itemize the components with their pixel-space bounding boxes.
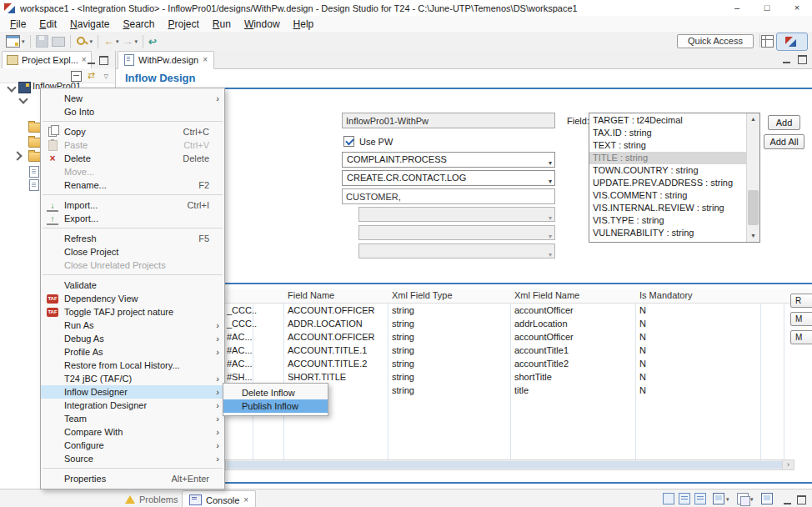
chevron-down-icon[interactable] xyxy=(18,94,28,103)
dropdown-caret-icon[interactable]: ▾ xyxy=(116,38,119,45)
list-item[interactable]: VIS.COMMENT : string xyxy=(589,189,746,202)
external-tools-button[interactable]: ▾ xyxy=(76,35,93,48)
field-listbox[interactable]: TARGET : t24Decimal TAX.ID : string TEXT… xyxy=(589,113,760,243)
chevron-down-icon[interactable] xyxy=(7,83,16,92)
submenu-item-publish-inflow[interactable]: Publish Inflow xyxy=(223,399,328,413)
list-item[interactable]: TEXT : string xyxy=(589,139,746,152)
list-scrollbar[interactable]: ▲ ▼ xyxy=(746,113,759,242)
table-name-field[interactable] xyxy=(342,188,555,204)
context-menu-item-import[interactable]: ↓ Import... Ctrl+I xyxy=(41,198,224,212)
open-console-icon[interactable] xyxy=(713,493,724,504)
save-button[interactable] xyxy=(36,35,48,48)
context-menu-item-run-as[interactable]: Run As › xyxy=(41,319,224,332)
link-with-editor-icon[interactable]: ⇄ xyxy=(88,71,95,80)
column-header-xml-field-type[interactable]: Xml Field Type xyxy=(392,289,453,302)
context-menu-item-delete[interactable]: × Delete Delete xyxy=(41,152,224,165)
context-menu-item-profile-as[interactable]: Profile As › xyxy=(41,345,224,359)
context-menu-item-export[interactable]: ↑ Export... xyxy=(41,212,224,225)
context-menu-item-configure[interactable]: Configure › xyxy=(41,439,224,452)
list-item[interactable]: VIS.TYPE : string xyxy=(589,214,746,227)
scrollbar-thumb[interactable] xyxy=(748,190,759,225)
display-selected-console-icon[interactable] xyxy=(737,493,749,504)
context-menu-item-team[interactable]: Team › xyxy=(41,412,224,425)
list-item-selected[interactable]: TITLE : string xyxy=(589,152,746,164)
context-menu-item-properties[interactable]: Properties Alt+Enter xyxy=(41,472,224,485)
close-icon[interactable]: × xyxy=(82,56,87,64)
minimize-editor-icon[interactable] xyxy=(783,56,790,63)
tab-problems[interactable]: Problems xyxy=(118,490,184,507)
chevron-right-icon[interactable] xyxy=(13,151,22,160)
context-menu-item-source[interactable]: Source › xyxy=(41,452,224,465)
context-menu-item-go-into[interactable]: Go Into xyxy=(41,105,224,118)
maximize-view-icon[interactable] xyxy=(797,495,806,504)
inflow-name-field[interactable] xyxy=(342,113,555,128)
close-window-button[interactable]: × xyxy=(782,0,812,16)
minimize-view-icon[interactable] xyxy=(88,57,95,64)
tab-project-explorer[interactable]: Project Expl... × xyxy=(2,51,92,68)
process-dropdown[interactable]: COMPLAINT.PROCESS ▾ xyxy=(342,152,555,168)
list-item[interactable]: TOWN.COUNTRY : string xyxy=(589,164,746,177)
add-button[interactable]: Add xyxy=(768,115,800,130)
close-icon[interactable]: × xyxy=(243,496,248,504)
scroll-up-icon[interactable]: ▲ xyxy=(747,113,759,125)
clear-console-icon[interactable] xyxy=(663,493,674,504)
context-menu-item-rename[interactable]: Rename... F2 xyxy=(41,178,224,192)
operation-dropdown[interactable]: CREATE.CR.CONTACT.LOG ▾ xyxy=(342,170,555,186)
menu-file[interactable]: File xyxy=(3,17,33,32)
scroll-lock-icon[interactable] xyxy=(679,493,690,504)
horizontal-scrollbar[interactable]: › xyxy=(225,459,794,470)
add-all-button[interactable]: Add All xyxy=(764,134,804,149)
open-perspective-icon[interactable] xyxy=(761,35,774,48)
list-item[interactable]: VIS.INTERNAL.REVIEW : string xyxy=(589,202,746,214)
menu-project[interactable]: Project xyxy=(161,17,205,32)
move-down-button[interactable]: M xyxy=(790,330,812,344)
quick-access-button[interactable]: Quick Access xyxy=(677,34,754,48)
context-menu-item-new[interactable]: New › xyxy=(41,92,224,105)
context-menu-item-refresh[interactable]: Refresh F5 xyxy=(41,232,224,245)
remove-button[interactable]: R xyxy=(790,294,812,308)
dropdown-caret-icon[interactable]: ▾ xyxy=(135,38,138,45)
context-menu-item-integration-designer[interactable]: Integration Designer › xyxy=(41,399,224,412)
list-item[interactable]: VULNERABILITY : string xyxy=(589,227,746,239)
file-icon[interactable] xyxy=(29,179,39,191)
maximize-window-button[interactable]: □ xyxy=(752,0,782,16)
last-edit-location-button[interactable]: ↩ xyxy=(148,36,157,48)
context-menu-item-toggle-tafj-project-nature[interactable]: TAF Toggle TAFJ project nature xyxy=(41,305,224,319)
context-menu-item-close-project[interactable]: Close Project xyxy=(41,245,224,259)
menu-edit[interactable]: Edit xyxy=(33,17,63,32)
forward-button[interactable]: →▾ xyxy=(123,36,138,48)
chevron-down-icon[interactable]: ▾ xyxy=(549,174,552,188)
submenu-item-delete-inflow[interactable]: Delete Inflow xyxy=(223,386,328,399)
column-header-field-name[interactable]: Field Name xyxy=(288,289,334,302)
tab-console[interactable]: Console × xyxy=(182,490,256,507)
maximize-editor-icon[interactable] xyxy=(798,55,807,64)
list-item[interactable]: TARGET : t24Decimal xyxy=(589,114,746,127)
move-up-button[interactable]: M xyxy=(790,312,812,326)
column-header-xml-field-name[interactable]: Xml Field Name xyxy=(514,289,579,302)
tab-withpw-design[interactable]: WithPw.design × xyxy=(118,51,214,69)
scroll-right-icon[interactable]: › xyxy=(782,460,794,469)
design-studio-perspective-button[interactable] xyxy=(776,33,808,51)
view-menu-icon[interactable]: ▽ xyxy=(104,73,108,80)
menu-search[interactable]: Search xyxy=(116,17,161,32)
back-button[interactable]: ←▾ xyxy=(103,36,119,48)
context-menu-item-restore-from-local-history[interactable]: Restore from Local History... xyxy=(41,359,224,372)
dropdown-caret-icon[interactable]: ▾ xyxy=(22,38,25,45)
context-menu-item-close-unrelated-projects[interactable]: Close Unrelated Projects xyxy=(41,259,224,272)
context-menu-item-compare-with[interactable]: Compare With › xyxy=(41,425,224,439)
new-wizard-button[interactable]: ▾ xyxy=(6,35,25,48)
use-pw-checkbox[interactable] xyxy=(343,136,354,147)
menu-run[interactable]: Run xyxy=(206,17,238,32)
dropdown-caret-icon[interactable]: ▾ xyxy=(90,38,93,45)
chevron-down-icon[interactable]: ▾ xyxy=(549,156,552,170)
context-menu-item-dependency-view[interactable]: TAF Dependency View xyxy=(41,292,224,305)
column-header-is-mandatory[interactable]: Is Mandatory xyxy=(639,289,693,302)
context-menu-item-inflow-designer[interactable]: Inflow Designer › xyxy=(41,385,224,399)
context-menu-item-validate[interactable]: Validate xyxy=(41,279,224,292)
list-item[interactable]: UPDATE.PREV.ADDRESS : string xyxy=(589,177,746,189)
context-menu-item-paste[interactable]: Paste Ctrl+V xyxy=(41,138,224,152)
file-icon[interactable] xyxy=(29,166,39,178)
minimize-view-icon[interactable] xyxy=(784,497,791,504)
menu-window[interactable]: Window xyxy=(238,17,287,32)
menu-navigate[interactable]: Navigate xyxy=(63,17,116,32)
